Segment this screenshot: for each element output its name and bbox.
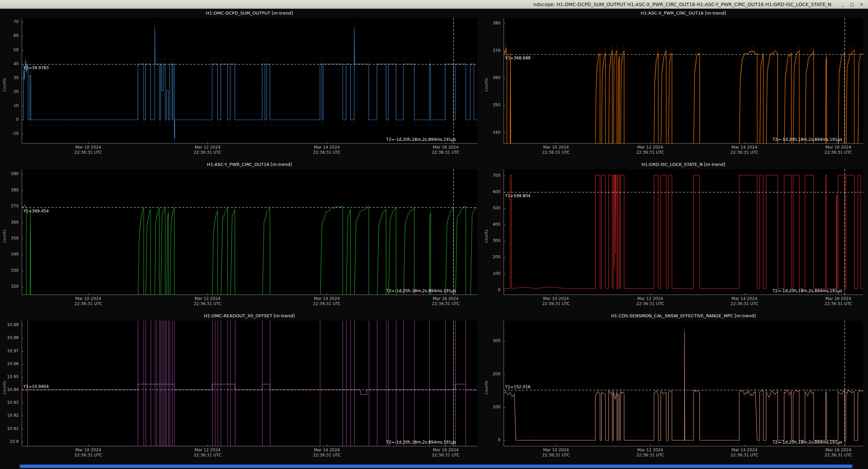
y-tick-label: 350 xyxy=(0,236,19,241)
x-tick-label: Mar 16 202422:36:31 UTC xyxy=(422,296,469,306)
plot-cell-cds-sensmon-effective-range: H1:CDS-SENSMON_CAL_SNSW_EFFECTIVE_RANGE_… xyxy=(482,312,868,463)
window-title: ndscope: H1:OMC-DCPD_SUM_OUTPUT H1:ASC-X… xyxy=(534,2,831,7)
plot-title: H1:ASC-X_PWR_CIRC_OUT16 [m-trend] xyxy=(504,11,863,16)
close-button[interactable]: × xyxy=(858,1,865,7)
x-tick-label: Mar 16 202422:36:31 UTC xyxy=(815,296,862,306)
y-tick-label: 0 xyxy=(482,287,501,292)
x-tick-label: Mar 14 202422:36:31 UTC xyxy=(721,448,768,458)
plot-cell-asc-x-pwr-circ-out16: H1:ASC-X_PWR_CIRC_OUT16 [m-trend] counts… xyxy=(482,9,868,161)
plot-area: Y1=599.804 T2=-1d,20h,18m,2s,894ms,191µs xyxy=(504,169,863,295)
y-tick-label: 300 xyxy=(482,338,501,343)
plot-canvas[interactable] xyxy=(504,321,863,446)
y-tick-label: 300 xyxy=(482,238,501,243)
y-tick-label: 10.94 xyxy=(0,387,19,392)
x-tick-label: Mar 12 202422:36:31 UTC xyxy=(627,296,674,306)
x-tick-label: Mar 16 202422:36:31 UTC xyxy=(422,145,469,155)
x-tick-label: Mar 12 202422:36:31 UTC xyxy=(184,145,231,155)
plot-cell-omc-readout-x0-offset: H1:OMC-READOUT_X0_OFFSET [m-trend] count… xyxy=(0,312,482,463)
y-tick-label: -10 xyxy=(0,131,19,136)
y-tick-label: 40 xyxy=(0,61,19,66)
y-tick-label: 320 xyxy=(0,284,19,289)
plot-title: H1:CDS-SENSMON_CAL_SNSW_EFFECTIVE_RANGE_… xyxy=(504,313,863,318)
x-tick-label: Mar 10 202422:36:31 UTC xyxy=(65,296,112,306)
x-tick-label: Mar 16 202422:36:31 UTC xyxy=(815,448,862,458)
y-tick-label: 360 xyxy=(0,220,19,225)
y-tick-label: 100 xyxy=(482,271,501,276)
y-tick-label: 10.96 xyxy=(0,361,19,366)
x-tick-label: Mar 12 202422:36:31 UTC xyxy=(627,448,674,458)
y-axis-label: counts xyxy=(484,381,489,394)
y-tick-label: 400 xyxy=(482,222,501,227)
y-tick-label: 50 xyxy=(0,48,19,52)
plot-area: Y1=368.688 T2=-1d,20h,18m,2s,894ms,191µs xyxy=(504,18,863,144)
y-tick-label: 600 xyxy=(482,189,501,194)
y-tick-label: 340 xyxy=(482,130,501,135)
plot-title: H1:OMC-READOUT_X0_OFFSET [m-trend] xyxy=(22,313,477,318)
y-tick-label: 380 xyxy=(0,188,19,192)
plot-grid: H1:OMC-DCPD_SUM_OUTPUT [m-trend] counts … xyxy=(0,9,868,463)
plot-canvas[interactable] xyxy=(22,321,477,446)
y-tick-label: 10 xyxy=(0,103,19,108)
y-tick-label: 500 xyxy=(482,206,501,210)
x-tick-label: Mar 16 202422:36:31 UTC xyxy=(815,145,862,155)
x-tick-label: Mar 14 202422:36:31 UTC xyxy=(721,145,768,155)
y-tick-label: 360 xyxy=(482,75,501,80)
x-tick-label: Mar 12 202422:36:31 UTC xyxy=(627,145,674,155)
plot-canvas[interactable] xyxy=(504,169,863,295)
plot-area: Y1=152.016 T2=-1d,20h,18m,2s,894ms,191µs xyxy=(504,321,863,446)
x-tick-label: Mar 14 202422:36:31 UTC xyxy=(303,145,350,155)
plot-cell-grd-isc-lock-state-n: H1:GRD-ISC_LOCK_STATE_N [m-trend] counts… xyxy=(482,161,868,312)
x-tick-label: Mar 12 202422:36:31 UTC xyxy=(184,448,231,458)
window-titlebar[interactable]: ndscope: H1:OMC-DCPD_SUM_OUTPUT H1:ASC-X… xyxy=(0,0,868,9)
y-tick-label: 200 xyxy=(482,372,501,376)
plot-cell-asc-y-pwr-circ-out16: H1:ASC-Y_PWR_CIRC_OUT16 [m-trend] counts… xyxy=(0,161,482,312)
y-tick-label: 30 xyxy=(0,75,19,80)
y-tick-label: 370 xyxy=(482,48,501,53)
y-tick-label: 100 xyxy=(482,405,501,409)
plot-title: H1:GRD-ISC_LOCK_STATE_N [m-trend] xyxy=(504,162,863,167)
time-scrollbar[interactable] xyxy=(20,465,852,468)
x-tick-label: Mar 14 202422:36:31 UTC xyxy=(303,448,350,458)
x-tick-label: Mar 10 202422:36:31 UTC xyxy=(532,448,580,458)
x-tick-label: Mar 10 202422:36:31 UTC xyxy=(532,145,580,155)
y-tick-label: 60 xyxy=(0,33,19,38)
y-tick-label: 10.95 xyxy=(0,374,19,379)
maximize-button[interactable]: □ xyxy=(848,1,856,7)
y-tick-label: 10.92 xyxy=(0,413,19,418)
y-tick-label: 10.98 xyxy=(0,335,19,340)
y-tick-label: 700 xyxy=(482,173,501,178)
x-tick-label: Mar 10 202422:36:31 UTC xyxy=(532,296,580,306)
plot-canvas[interactable] xyxy=(504,18,863,144)
y-tick-label: 390 xyxy=(0,171,19,176)
y-tick-label: 10.97 xyxy=(0,349,19,353)
y-tick-label: 10.93 xyxy=(0,400,19,405)
plot-area: Y1=369.454 T2=-1d,20h,18m,2s,894ms,191µs xyxy=(22,169,477,295)
y-axis-label: counts xyxy=(484,78,489,92)
plot-canvas[interactable] xyxy=(22,18,477,144)
y-tick-label: 200 xyxy=(482,255,501,259)
y-tick-label: 10.91 xyxy=(0,426,19,431)
plot-area: Y1=10.9404 T2=-1d,20h,18m,2s,894ms,191µs xyxy=(22,321,477,446)
x-tick-label: Mar 10 202422:36:31 UTC xyxy=(65,145,112,155)
x-tick-label: Mar 12 202422:36:31 UTC xyxy=(184,296,231,306)
minimize-button[interactable]: _ xyxy=(839,1,846,7)
x-tick-label: Mar 10 202422:36:31 UTC xyxy=(65,448,112,458)
y-tick-label: 10.9 xyxy=(0,439,19,444)
y-tick-label: 330 xyxy=(0,268,19,273)
plot-cell-omc-dcpd-sum-output: H1:OMC-DCPD_SUM_OUTPUT [m-trend] counts … xyxy=(0,9,482,161)
plot-area: Y1=39.9783 T2=-1d,20h,18m,2s,894ms,191µs xyxy=(22,18,477,144)
y-tick-label: 0 xyxy=(0,117,19,122)
plot-title: H1:OMC-DCPD_SUM_OUTPUT [m-trend] xyxy=(22,11,477,16)
x-tick-label: Mar 16 202422:36:31 UTC xyxy=(422,448,469,458)
y-tick-label: 20 xyxy=(0,89,19,94)
y-tick-label: 70 xyxy=(0,19,19,24)
y-tick-label: 340 xyxy=(0,252,19,257)
plot-title: H1:ASC-Y_PWR_CIRC_OUT16 [m-trend] xyxy=(22,162,477,167)
x-tick-label: Mar 14 202422:36:31 UTC xyxy=(721,296,768,306)
x-tick-label: Mar 14 202422:36:31 UTC xyxy=(303,296,350,306)
y-tick-label: 350 xyxy=(482,102,501,107)
y-tick-label: 10.99 xyxy=(0,322,19,327)
plot-canvas[interactable] xyxy=(22,169,477,295)
y-tick-label: 380 xyxy=(482,21,501,25)
y-tick-label: 370 xyxy=(0,204,19,208)
